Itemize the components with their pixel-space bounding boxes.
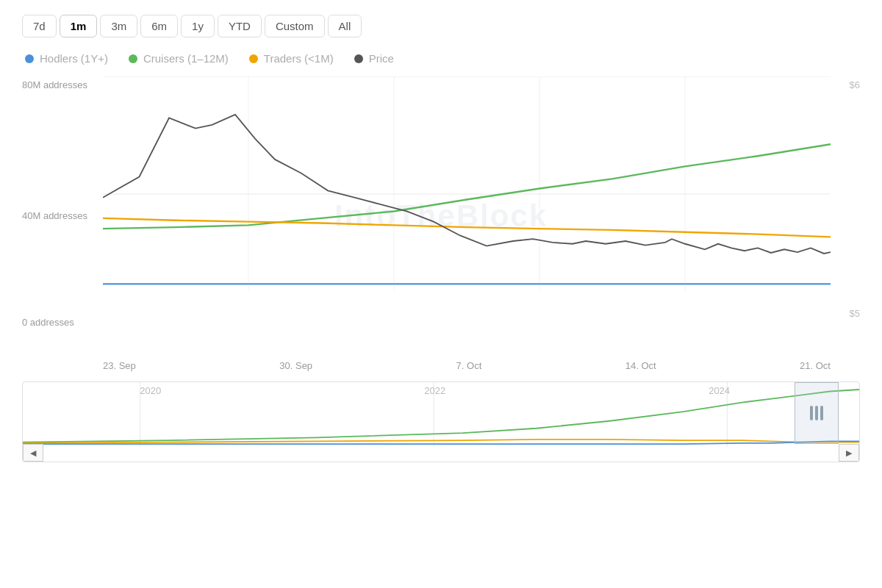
time-btn-7d[interactable]: 7d (22, 15, 57, 37)
x-label-sep23: 23. Sep (103, 360, 136, 371)
legend-label: Cruisers (1–12M) (143, 52, 229, 65)
x-label-oct14: 14. Oct (625, 360, 656, 371)
legend-dot (354, 54, 363, 63)
time-range-buttons: 7d1m3m6m1yYTDCustomAll (22, 15, 860, 37)
time-btn-all[interactable]: All (328, 15, 362, 37)
chart-svg (103, 76, 831, 312)
time-btn-3m[interactable]: 3m (100, 15, 137, 37)
legend-label: Price (369, 52, 394, 65)
legend-item: Hodlers (1Y+) (25, 52, 108, 65)
chart-legend: Hodlers (1Y+)Cruisers (1–12M)Traders (<1… (22, 52, 860, 65)
x-label-oct21: 21. Oct (800, 360, 831, 371)
y-label-80m: 80M addresses (22, 79, 87, 90)
overview-chart: 2020 2022 2024 ◀ ▶ (22, 381, 860, 462)
range-handle[interactable] (810, 406, 823, 420)
y-label-6: $6 (850, 79, 860, 90)
x-label-oct7: 7. Oct (456, 360, 482, 371)
scroll-left-button[interactable]: ◀ (23, 444, 43, 462)
y-label-40m: 40M addresses (22, 210, 87, 221)
legend-item: Price (354, 52, 394, 65)
time-btn-1y[interactable]: 1y (181, 15, 215, 37)
range-selector[interactable] (795, 382, 839, 444)
time-btn-1m[interactable]: 1m (60, 15, 98, 37)
legend-dot (249, 54, 258, 63)
y-label-5: $5 (850, 308, 860, 319)
handle-bar-2 (815, 406, 818, 420)
handle-bar-1 (810, 406, 813, 420)
legend-dot (129, 54, 137, 63)
overview-svg (23, 382, 859, 462)
legend-item: Traders (<1M) (249, 52, 334, 65)
legend-item: Cruisers (1–12M) (129, 52, 229, 65)
x-label-sep30: 30. Sep (279, 360, 312, 371)
handle-bar-3 (820, 406, 823, 420)
x-axis-labels: 23. Sep 30. Sep 7. Oct 14. Oct 21. Oct (103, 356, 831, 371)
time-btn-ytd[interactable]: YTD (218, 15, 262, 37)
y-label-0: 0 addresses (22, 317, 74, 328)
main-container: 7d1m3m6m1yYTDCustomAll Hodlers (1Y+)Crui… (0, 0, 882, 588)
main-chart-area: IntoTheBlock 80M addresses 40M addresses… (22, 76, 860, 356)
legend-label: Hodlers (1Y+) (40, 52, 108, 65)
time-btn-custom[interactable]: Custom (265, 15, 325, 37)
legend-label: Traders (<1M) (264, 52, 334, 65)
scroll-right-button[interactable]: ▶ (839, 444, 859, 462)
time-btn-6m[interactable]: 6m (140, 15, 178, 37)
legend-dot (25, 54, 34, 63)
